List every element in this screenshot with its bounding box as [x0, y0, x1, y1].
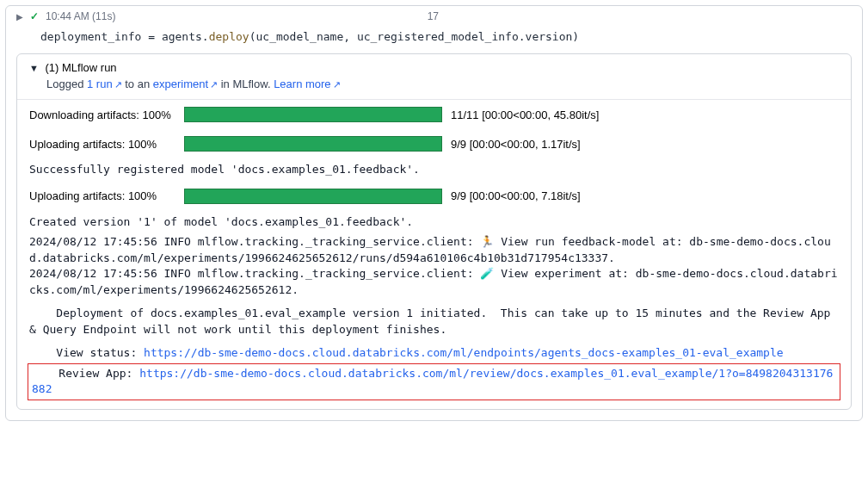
cell-output: ▼ (1) MLflow run Logged 1 run↗ to an exp… [16, 53, 852, 410]
log-registered: Successfully registered model 'docs.exam… [17, 158, 851, 182]
view-status-label: View status: [29, 346, 144, 359]
progress-label: Uploading artifacts: 100% [29, 138, 175, 151]
log-created-version: Created version '1' of model 'docs.examp… [17, 211, 851, 234]
code-arg2b: .version [519, 30, 573, 43]
cell-header: ▶ ✓ 10:44 AM (11s) 17 [6, 6, 862, 27]
code-var: deployment_info [40, 30, 141, 43]
progress-upload-2: Uploading artifacts: 100% 9/9 [00:00<00:… [17, 182, 851, 211]
mlflow-in: in MLflow. [218, 77, 274, 90]
review-app-label: Review App: [32, 367, 139, 380]
notebook-cell: ▶ ✓ 10:44 AM (11s) 17 deployment_info = … [5, 5, 863, 421]
mlflow-experiment-link[interactable]: experiment↗ [153, 77, 218, 90]
mlflow-logged-text: Logged [46, 77, 87, 90]
review-app-highlight: Review App: https://db-sme-demo-docs.clo… [28, 363, 840, 401]
run-icon[interactable]: ▶ [16, 12, 23, 22]
view-status-link[interactable]: https://db-sme-demo-docs.cloud.databrick… [144, 346, 784, 359]
progress-bar-icon [184, 136, 442, 152]
progress-stats: 11/11 [00:00<00:00, 45.80it/s] [451, 108, 599, 121]
mlflow-run-toggle[interactable]: ▼ (1) MLflow run [17, 54, 851, 77]
cell-number: 17 [428, 10, 439, 22]
code-fn: deploy [209, 30, 249, 43]
code-paren-close: ) [572, 30, 579, 43]
mlflow-run-subtitle: Logged 1 run↗ to an experiment↗ in MLflo… [17, 77, 851, 99]
progress-upload-1: Uploading artifacts: 100% 9/9 [00:00<00:… [17, 129, 851, 158]
caret-down-icon: ▼ [29, 63, 39, 73]
progress-download: Downloading artifacts: 100% 11/11 [00:00… [17, 100, 851, 129]
mlflow-learn-more-link[interactable]: Learn more↗ [274, 77, 340, 90]
external-icon: ↗ [210, 79, 218, 90]
review-app-link[interactable]: https://db-sme-demo-docs.cloud.databrick… [32, 367, 833, 396]
execution-timestamp: 10:44 AM (11s) [46, 10, 115, 22]
log-line-2: 2024/08/12 17:45:56 INFO mlflow.tracking… [17, 266, 851, 302]
code-module: agents [162, 30, 202, 43]
check-icon: ✓ [30, 10, 39, 22]
code-comma: , [343, 30, 357, 43]
progress-stats: 9/9 [00:00<00:00, 7.18it/s] [451, 189, 581, 202]
progress-bar-icon [184, 107, 442, 122]
external-icon: ↗ [114, 79, 122, 90]
code-eq: = [141, 30, 161, 43]
log-deploy-msg: Deployment of docs.examples_01.eval_exam… [17, 302, 851, 342]
log-review-app: Review App: https://db-sme-demo-docs.clo… [32, 366, 836, 399]
progress-label: Downloading artifacts: 100% [29, 108, 175, 121]
log-view-status: View status: https://db-sme-demo-docs.cl… [17, 342, 851, 362]
code-dot: . [202, 30, 209, 43]
mlflow-run-link[interactable]: 1 run↗ [87, 77, 122, 90]
progress-bar-icon [184, 189, 442, 204]
progress-stats: 9/9 [00:00<00:00, 1.17it/s] [451, 138, 581, 151]
code-arg1: uc_model_name [255, 30, 343, 43]
mlflow-run-title: (1) MLflow run [46, 61, 117, 74]
log-line-1: 2024/08/12 17:45:56 INFO mlflow.tracking… [17, 234, 851, 267]
mlflow-to-an: to an [122, 77, 153, 90]
progress-label: Uploading artifacts: 100% [29, 189, 175, 202]
code-arg2a: uc_registered_model_info [357, 30, 519, 43]
code-input[interactable]: deployment_info = agents.deploy(uc_model… [6, 27, 862, 53]
external-icon: ↗ [333, 79, 341, 90]
